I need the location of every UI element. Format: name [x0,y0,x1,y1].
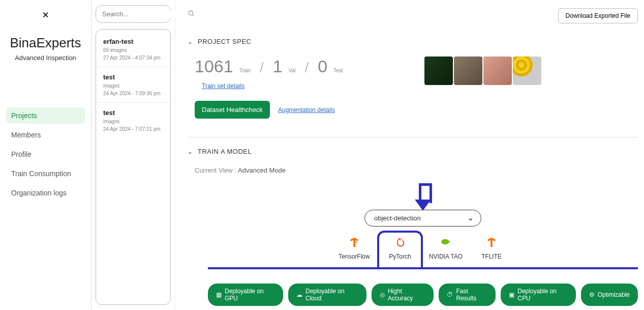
tag-fast-results[interactable]: ⏱Fast Results [439,284,496,306]
section-project-spec: ⌄ PROJECT SPEC [188,38,638,45]
framework-label: NVIDIA TAO [429,253,463,260]
count-separator: / [260,60,264,76]
project-date: 24 Apr 2024 - 7:07:21 pm [103,126,163,132]
sidebar-item-members[interactable]: Members [6,127,85,143]
divider [188,137,638,137]
chevron-down-icon[interactable]: ⌄ [188,38,193,45]
capability-tags: ▦Deployable on GPU ☁Deployable on Cloud … [208,284,638,306]
section-train-model: ⌄ TRAIN A MODEL [188,148,638,155]
tag-label: Deployable on Cloud [305,288,358,302]
cloud-icon: ☁ [296,291,302,298]
project-date: 27 Apr 2024 - 4:07:34 pm [103,55,163,61]
tag-high-accuracy[interactable]: ◎Hight Accuracy [372,284,434,306]
project-item[interactable]: test images 24 Apr 2024 - 7:09:36 pm [96,67,170,103]
test-count: 0 [318,57,327,76]
thumbnail-image[interactable] [454,57,482,85]
download-exported-file-button[interactable]: Download Exported File [558,8,638,23]
project-date: 24 Apr 2024 - 7:09:36 pm [103,91,163,96]
framework-label: TensorFlow [339,253,370,260]
tag-label: Optimizable [598,291,630,298]
dataset-healthcheck-button[interactable]: Dataset Healthcheck [195,101,270,119]
train-count: 1061 [195,57,233,76]
search-input-wrap[interactable] [96,5,171,23]
tag-label: Fast Results [456,288,487,302]
tag-optimizable[interactable]: ⚙Optimizable [581,284,638,306]
sidebar-item-train-consumption[interactable]: Train Consumption [6,165,85,182]
current-view-value: Advanced Mode [238,166,286,174]
project-item[interactable]: erfan-test 69 images 27 Apr 2024 - 4:07:… [96,32,170,67]
task-type-select[interactable]: object-detection [364,210,481,227]
current-view-label: Current View : [195,166,236,174]
dataset-counts: 1061 Train / 1 Val / 0 Test [195,57,343,76]
project-sub: images [103,119,163,124]
framework-tab-pytorch[interactable]: PyTorch [377,231,423,267]
nav: Projects Members Profile Train Consumpti… [6,107,85,201]
tag-deployable-cloud[interactable]: ☁Deployable on Cloud [288,284,366,306]
projects-list: erfan-test 69 images 27 Apr 2024 - 4:07:… [96,29,171,305]
project-title: test [103,73,163,81]
tag-deployable-gpu[interactable]: ▦Deployable on GPU [208,284,283,306]
tag-label: Deployable on CPU [517,288,567,302]
close-icon[interactable]: ✕ [42,10,49,20]
cpu-icon: ▣ [509,291,514,298]
main-content: Download Exported File ⌄ PROJECT SPEC 10… [175,0,644,310]
framework-tab-nvidia-tao[interactable]: NVIDIA TAO [423,231,469,267]
svg-point-0 [189,11,193,15]
arrow-down-icon [415,183,431,213]
accuracy-icon: ◎ [380,291,385,298]
search-input[interactable] [102,10,188,18]
project-sub: images [103,83,163,89]
thumbnail-image[interactable] [513,57,541,85]
framework-tab-tensorflow[interactable]: TensorFlow [331,231,377,267]
framework-label: PyTorch [389,253,411,260]
svg-line-1 [193,15,194,16]
sidebar-item-organization-logs[interactable]: Organization logs [6,185,85,201]
val-count: 1 [273,57,283,76]
sidebar: ✕ BinaExperts Advanced Inspection Projec… [0,0,91,310]
framework-tab-tflite[interactable]: TFLITE [469,231,514,267]
val-label: Val [289,68,296,73]
dataset-thumbnails [424,57,541,85]
speed-icon: ⏱ [447,291,453,298]
tensorflow-icon [349,237,360,248]
train-set-details-link[interactable]: Train set details [202,82,343,90]
optimize-icon: ⚙ [589,291,595,298]
search-icon [188,10,195,18]
test-label: Test [333,68,343,73]
chevron-down-icon[interactable]: ⌄ [188,148,193,155]
framework-tabs: TensorFlow PyTorch NVIDIA TAO TFLITE [208,231,638,269]
augmentation-details-link[interactable]: Augmentation details [278,106,335,114]
brand-subtitle: Advanced Inspection [6,54,85,62]
thumbnail-image[interactable] [483,57,512,85]
projects-panel: erfan-test 69 images 27 Apr 2024 - 4:07:… [91,0,175,310]
sidebar-item-projects[interactable]: Projects [6,107,85,124]
sidebar-item-profile[interactable]: Profile [6,146,85,162]
section-title: PROJECT SPEC [198,38,251,45]
count-separator: / [304,60,309,76]
gpu-icon: ▦ [216,291,222,298]
pytorch-icon [394,237,406,248]
tag-label: Hight Accuracy [388,288,426,302]
train-label: Train [239,68,251,73]
project-title: erfan-test [103,38,163,45]
project-item[interactable]: test images 24 Apr 2024 - 7:07:21 pm [96,103,170,138]
framework-label: TFLITE [481,253,502,260]
project-sub: 69 images [103,47,163,53]
task-type-value: object-detection [374,214,421,222]
project-title: test [103,109,163,117]
current-view: Current View : Advanced Mode [188,166,638,174]
tag-deployable-cpu[interactable]: ▣Deployable on CPU [501,284,575,306]
svg-point-2 [402,239,403,240]
thumbnail-image[interactable] [424,57,453,85]
nvidia-icon [440,237,451,248]
tflite-icon [486,237,497,248]
tag-label: Deployable on GPU [225,288,275,302]
section-title: TRAIN A MODEL [198,148,252,155]
brand-title: BinaExperts [6,35,85,51]
